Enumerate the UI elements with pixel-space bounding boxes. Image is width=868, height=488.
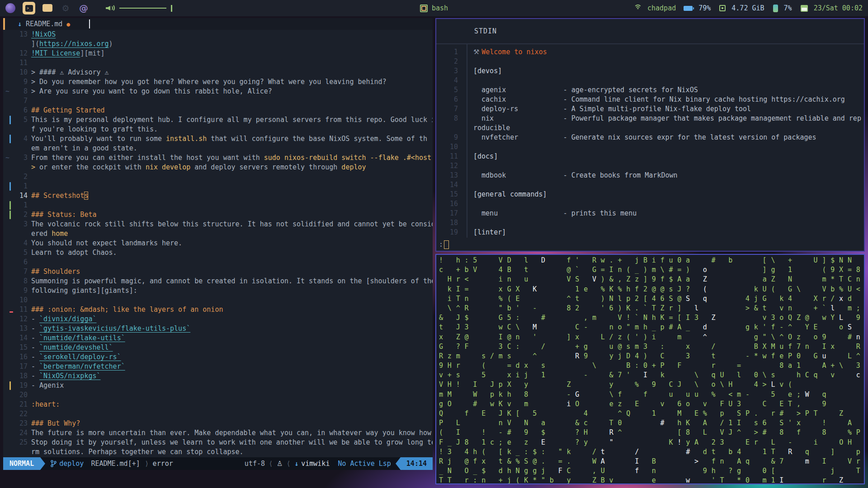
line-number: 10	[9, 68, 28, 77]
powerline-separator	[396, 457, 401, 470]
line-number: 8	[436, 114, 458, 122]
line-number: 7	[9, 267, 28, 277]
stdin-terminal-window[interactable]: STDIN 1⚒ Welcome to nixos23[devos]45 age…	[435, 18, 865, 252]
line-number: 10	[436, 143, 458, 151]
terminal-line: 2	[436, 57, 864, 67]
editor-tabline: ↓ README.md ●	[3, 18, 433, 30]
editor-buffer[interactable]: 13!NixOS](https://nixos.org)12!MIT Licen…	[3, 30, 433, 457]
line-number: 6	[9, 106, 28, 115]
editor-line: f you're looking to graft this.	[3, 125, 433, 134]
line-number: 19	[9, 381, 28, 390]
line-number: 18	[9, 371, 28, 381]
terminal-line: 8 nix - Powerful package manager that ma…	[436, 114, 864, 124]
chat-icon[interactable]	[42, 2, 53, 14]
vim-mode: NORMAL	[3, 457, 40, 470]
terminal-line: 11[docs]	[436, 152, 864, 162]
battery-level: 79%	[698, 4, 711, 12]
editor-line: 11### :onion: &mdash; like the layers of…	[3, 305, 433, 314]
line-number: 16	[9, 352, 28, 362]
tabline-cursor	[89, 19, 90, 28]
line-number: 4	[9, 134, 28, 144]
matrix-row: VH! I JpX y Z y % 9 CJ \ o\H 4>Lv(	[439, 380, 861, 390]
editor-line: 14## Screetshots	[3, 191, 433, 201]
chevron-left-icon: ⟨	[269, 460, 272, 468]
branch-name: deploy	[59, 460, 84, 468]
line-number: 20	[9, 390, 28, 400]
editor-window[interactable]: ↓ README.md ● 13!NixOS](https://nixos.or…	[3, 18, 433, 470]
terminal-app-icon[interactable]: >_	[23, 2, 35, 14]
top-bar: >_ ⚙ @ bash chadpad 79% 4.72 GiB 7% 23/S…	[0, 0, 868, 16]
editor-line: 24The future is more uncertain than ever…	[3, 428, 433, 438]
speaker-icon	[106, 4, 115, 12]
matrix-row: Rzm s/ms ^ R9 yjD4) C 3 t -*wfeP0 Gu L^F	[439, 352, 861, 361]
editor-line: 13- `gytis-ivaskevicius/flake-utils-plus…	[3, 324, 433, 333]
line-number: 10	[9, 296, 28, 305]
clock: 23/Sat 00:02	[814, 4, 863, 12]
line-number: 1	[9, 182, 28, 191]
workspace-label[interactable]: bash	[432, 4, 448, 12]
line-number: 15	[436, 190, 458, 198]
memory-chip-icon	[719, 5, 726, 11]
terminal-line: 1⚒ Welcome to nixos	[436, 48, 864, 57]
statusline-clock: 14:14	[401, 457, 433, 470]
editor-line: 9following giants][giants]:	[3, 286, 433, 296]
volume-control[interactable]	[106, 4, 172, 12]
matrix-row: Rj @fx t&%S@. =. WA I B > fn Aq &7 m I V…	[439, 457, 861, 467]
matrix-terminal-window[interactable]: ! h:5 VD l D f' Rw.+ jBifu0a # b [\ + U]…	[435, 254, 865, 484]
stdin-body: 1⚒ Welcome to nixos23[devos]45 agenix - …	[436, 44, 864, 238]
editor-line: 12!MIT License][mit]	[3, 49, 433, 58]
editor-line: 12- `divnix/digga`	[3, 314, 433, 324]
firefox-icon[interactable]	[5, 2, 16, 14]
matrix-row: gO # wKv m iO ez E v 6o v FU3 C ET, 9	[439, 400, 861, 409]
line-number: 9	[436, 133, 458, 141]
editor-line: 15- `numtide/devshell`	[3, 343, 433, 352]
line-number: 19	[436, 228, 458, 236]
gear-icon[interactable]: ⚙	[60, 2, 71, 14]
terminal-line: 3[devos]	[436, 67, 864, 76]
matrix-row: P L nV N a &c T0 # hK A /1I s6 S'x ! A	[439, 419, 861, 428]
volume-slider-handle[interactable]	[171, 5, 172, 12]
calendar-icon[interactable]	[801, 5, 808, 12]
lsp-status: No Active Lsp	[338, 460, 391, 468]
line-number: 7	[9, 96, 28, 106]
line-number: 12	[436, 162, 458, 170]
editor-line: 21:heart:	[3, 400, 433, 409]
editor-line: 13!NixOS	[3, 30, 433, 39]
terminal-line: 6 cachix - Command line client for Nix b…	[436, 95, 864, 105]
editor-line: rm solutions. Perhaps together we can st…	[3, 447, 433, 457]
filetype: ↓ vimwiki	[294, 460, 330, 468]
line-number: 7	[436, 105, 458, 113]
editor-line: 17- `berberman/nvfetcher`	[3, 362, 433, 371]
volume-slider[interactable]	[119, 8, 166, 9]
cpu-load: 7%	[784, 4, 792, 12]
line-number: 21	[9, 400, 28, 409]
line-number: 1	[9, 201, 28, 210]
line-number: 12	[9, 49, 28, 58]
line-number: 16	[436, 200, 458, 208]
editor-line: 1	[3, 201, 433, 210]
editor-line: 22	[3, 409, 433, 419]
line-number: 5	[436, 86, 458, 94]
editor-line: em aren't in a good state.	[3, 144, 433, 153]
line-number: 13	[9, 324, 28, 333]
prompt-colon: :	[439, 240, 443, 249]
line-number: 17	[9, 362, 28, 371]
spiral-icon[interactable]: @	[78, 2, 90, 14]
terminal-line: 12	[436, 162, 864, 171]
matrix-row: x Z@ I@n ' ]x L/z(')i m ^ g"\^Oz o9 #n T	[439, 333, 861, 343]
line-number: 11	[436, 152, 458, 160]
pager-prompt[interactable]: :	[436, 238, 864, 251]
editor-line: ](https://nixos.org)	[3, 39, 433, 49]
workspace-icon[interactable]	[420, 5, 428, 12]
line-number: 4	[436, 76, 458, 84]
editor-line: 8Summoning is powerful magic, and cannot…	[3, 277, 433, 286]
wifi-icon[interactable]	[633, 5, 642, 12]
line-number: 11	[9, 58, 28, 68]
line-number: 5	[9, 248, 28, 258]
terminal-line: 16	[436, 200, 864, 209]
editor-line: ~3From there you can either install the …	[3, 153, 433, 163]
line-number: 25	[9, 438, 28, 447]
tab-readme[interactable]: ↓ README.md ●	[5, 18, 77, 30]
terminal-line: 5 agenix - age-encrypted secrets for Nix…	[436, 86, 864, 95]
stdin-title: STDIN	[474, 27, 497, 35]
